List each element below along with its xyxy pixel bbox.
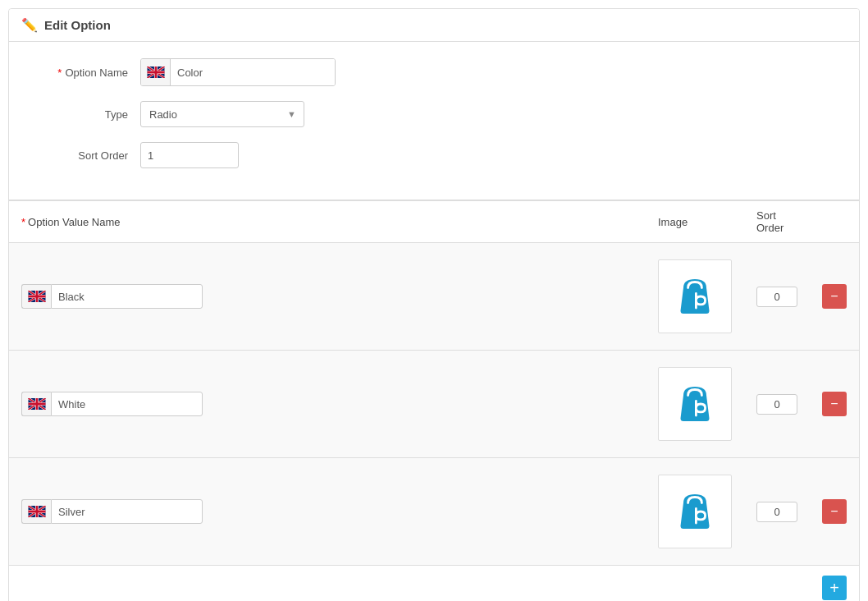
type-select-wrapper: Radio Checkbox Select Text ▼	[140, 101, 304, 127]
type-label: Type	[34, 108, 140, 121]
table-row: −	[9, 458, 859, 566]
col-action	[810, 201, 859, 243]
sort-order-input-1[interactable]	[756, 394, 797, 415]
option-name-label: *Option Name	[34, 67, 140, 79]
value-name-wrapper	[21, 284, 633, 309]
action-cell-0: −	[810, 243, 859, 351]
sort-order-cell-0	[744, 243, 810, 351]
image-cell-2	[646, 458, 744, 566]
value-name-wrapper	[21, 392, 633, 416]
option-value-name-cell	[9, 243, 646, 351]
option-name-required: *	[57, 67, 62, 79]
sort-order-label: Sort Order	[34, 149, 140, 162]
option-name-field[interactable]	[171, 59, 335, 85]
sort-order-group: Sort Order	[34, 142, 834, 168]
page-title: Edit Option	[44, 18, 111, 32]
option-name-flag-button[interactable]	[141, 59, 171, 85]
value-flag-button-1[interactable]	[21, 392, 51, 416]
value-name-input-1[interactable]	[51, 392, 203, 416]
page-container: ✏️ Edit Option *Option Name	[8, 8, 860, 601]
remove-button-0[interactable]: −	[822, 284, 847, 309]
value-name-wrapper	[21, 499, 633, 524]
option-value-name-cell	[9, 458, 646, 566]
edit-icon: ✏️	[21, 17, 38, 33]
table-header-row: *Option Value Name Image SortOrder	[9, 201, 859, 243]
sort-order-cell-2	[744, 458, 810, 566]
value-name-input-2[interactable]	[51, 499, 203, 524]
sort-order-input-2[interactable]	[756, 502, 797, 522]
option-name-group: *Option Name	[34, 58, 834, 86]
value-name-input-0[interactable]	[51, 284, 203, 309]
sort-order-field[interactable]	[140, 142, 239, 168]
value-flag-button-0[interactable]	[21, 284, 51, 309]
image-cell-0	[646, 243, 744, 351]
sort-order-input-0[interactable]	[756, 287, 797, 307]
product-image-0[interactable]	[658, 259, 732, 333]
remove-button-2[interactable]: −	[822, 499, 847, 524]
product-image-2[interactable]	[658, 475, 732, 548]
action-cell-1: −	[810, 351, 859, 458]
col-sort-order: SortOrder	[744, 201, 810, 243]
add-row-spacer	[9, 566, 810, 602]
table-row: −	[9, 243, 859, 351]
options-table: *Option Value Name Image SortOrder	[9, 200, 859, 601]
option-value-name-cell	[9, 351, 646, 458]
image-cell-1	[646, 351, 744, 458]
options-table-section: *Option Value Name Image SortOrder	[9, 200, 859, 601]
type-group: Type Radio Checkbox Select Text ▼	[34, 101, 834, 127]
col-option-value-name: *Option Value Name	[9, 201, 646, 243]
product-image-1[interactable]	[658, 367, 732, 441]
add-button[interactable]: +	[822, 576, 847, 600]
type-select[interactable]: Radio Checkbox Select Text	[140, 101, 304, 127]
remove-button-1[interactable]: −	[822, 392, 847, 416]
option-name-input-wrapper	[140, 58, 336, 86]
add-row: +	[9, 566, 859, 602]
table-row: −	[9, 351, 859, 458]
add-action-cell: +	[810, 566, 859, 602]
sort-order-cell-1	[744, 351, 810, 458]
action-cell-2: −	[810, 458, 859, 566]
page-header: ✏️ Edit Option	[9, 9, 859, 42]
col-image: Image	[646, 201, 744, 243]
form-section: *Option Name Type	[9, 42, 859, 200]
value-flag-button-2[interactable]	[21, 499, 51, 524]
